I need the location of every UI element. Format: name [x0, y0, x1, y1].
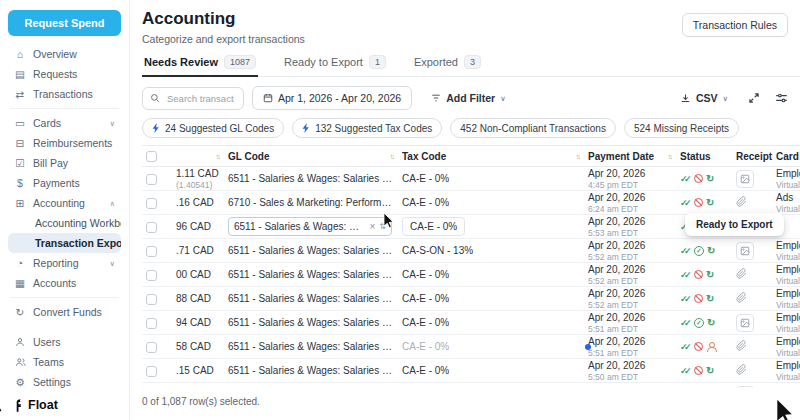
gl-code-value[interactable]: 6511 - Salaries & Wages: Salaries & Wage… — [228, 245, 398, 256]
blocked-icon — [694, 174, 703, 183]
sidebar-item-reimbursements[interactable]: ⊟Reimbursements — [8, 133, 121, 153]
status-cell: ✓✓↻ — [676, 263, 732, 287]
request-spend-button[interactable]: Request Spend — [8, 10, 121, 36]
tax-code-value[interactable]: CA-E - 0% — [402, 341, 449, 352]
search-box[interactable] — [142, 87, 244, 110]
tax-code-value[interactable]: CA-E - 0% — [402, 317, 449, 328]
select-all-checkbox[interactable] — [146, 151, 157, 162]
gl-code-value[interactable]: 6511 - Salaries & Wages: Salaries & Wage… — [228, 317, 398, 328]
gl-code-value[interactable]: 6511 - Salaries & Wages: Salaries & Wage… — [228, 293, 398, 304]
blocked-icon — [694, 342, 703, 351]
sidebar-item-users[interactable]: Users — [8, 332, 121, 352]
row-select-cell — [142, 215, 172, 239]
row-checkbox[interactable] — [146, 270, 157, 281]
sidebar-item-accounting[interactable]: ⊞Accounting∧ — [8, 193, 121, 213]
float-logo-label: Float — [28, 398, 58, 412]
add-filter-button[interactable]: Add Filter ∨ — [420, 86, 517, 110]
tax-code-value[interactable]: CA-E - 0% — [402, 173, 449, 184]
row-checkbox[interactable] — [146, 318, 157, 329]
page-subtitle: Categorize and export transactions — [142, 33, 305, 45]
gl-code-value[interactable]: 6511 - Salaries & Wages: Salaries & Wage… — [228, 173, 398, 184]
date-range-button[interactable]: Apr 1, 2026 - Apr 20, 2026 — [252, 86, 412, 110]
table-row[interactable]: 1.11 CAD(1.40541)6511 - Salaries & Wages… — [142, 167, 800, 191]
filter-chip[interactable]: 132 Suggested Tax Codes — [292, 118, 442, 138]
paperclip-icon[interactable] — [736, 364, 747, 375]
paperclip-icon[interactable] — [736, 340, 747, 351]
tax-code-value[interactable]: CA-E - 0% — [402, 365, 449, 376]
sort-icon[interactable]: ↑↓ — [216, 152, 220, 161]
sort-icon[interactable]: ↑↓ — [390, 152, 394, 161]
row-checkbox[interactable] — [146, 222, 157, 233]
row-checkbox[interactable] — [146, 342, 157, 353]
table-row[interactable]: 88 CAD6511 - Salaries & Wages: Salaries … — [142, 287, 800, 311]
tax-code-value[interactable]: CA-E - 0% — [402, 293, 449, 304]
table-row[interactable]: 00 CAD6511 - Salaries & Wages: Salaries … — [142, 263, 800, 287]
sidebar-item-teams[interactable]: Teams — [8, 352, 121, 372]
sort-icon[interactable]: ↑↓ — [668, 152, 672, 161]
column-settings-icon[interactable] — [775, 92, 788, 104]
paperclip-icon[interactable] — [736, 268, 747, 279]
row-checkbox[interactable] — [146, 246, 157, 257]
receipt-thumbnail-button[interactable] — [736, 386, 754, 389]
table-row[interactable]: .15 CAD6511 - Salaries & Wages: Salaries… — [142, 359, 800, 383]
check-double-icon: ✓✓ — [680, 270, 691, 280]
transaction-rules-button[interactable]: Transaction Rules — [682, 13, 788, 37]
card-name: Employ — [776, 288, 800, 299]
card-type: Virtual · — [776, 180, 800, 190]
table-row[interactable]: .16 CAD6710 - Sales & Marketing: Perform… — [142, 191, 800, 215]
clear-icon[interactable]: × — [369, 221, 375, 232]
gl-code-value[interactable]: 6511 - Salaries & Wages: Salaries & Wage… — [228, 365, 398, 376]
tax-code-value[interactable]: CA-E - 0% — [402, 197, 449, 208]
receipt-thumbnail-button[interactable] — [736, 242, 754, 260]
card-icon: ▭ — [14, 118, 26, 129]
export-csv-button[interactable]: CSV ∨ — [675, 86, 733, 110]
sidebar-item-bill-pay[interactable]: ☑Bill Pay — [8, 153, 121, 173]
receipt-thumbnail-button[interactable] — [736, 170, 754, 188]
table-row[interactable]: 94 CAD6511 - Salaries & Wages: Salaries … — [142, 311, 800, 335]
row-checkbox[interactable] — [146, 198, 157, 209]
sidebar-item-cards[interactable]: ▭Cards∨ — [8, 113, 121, 133]
tax-code-value[interactable]: CA-S-ON - 13% — [402, 245, 473, 256]
expand-icon[interactable] — [748, 92, 760, 104]
paperclip-icon[interactable] — [736, 196, 747, 207]
search-input[interactable] — [165, 92, 236, 105]
sidebar-item-transactions[interactable]: ⇄Transactions — [8, 84, 121, 104]
payment-time-value: 5:51 am EDT — [588, 348, 638, 358]
gl-code-select[interactable]: 6511 - Salaries & Wages: Salaries & Wage… — [228, 217, 392, 236]
filter-chip[interactable]: 24 Suggested GL Codes — [142, 118, 284, 138]
sidebar-item-accounting-workboard[interactable]: Accounting Workboard — [8, 213, 121, 233]
sidebar-item-transaction-export[interactable]: Transaction Export — [8, 233, 121, 253]
sidebar-item-settings[interactable]: ⚙Settings — [8, 372, 121, 392]
filter-chip[interactable]: 524 Missing Receipts — [624, 118, 739, 138]
tax-code-value[interactable]: CA-E - 0% — [402, 269, 449, 280]
sidebar-item-accounts[interactable]: ▦Accounts — [8, 273, 121, 293]
row-checkbox[interactable] — [146, 174, 157, 185]
table-row[interactable]: .71 CAD6511 - Salaries & Wages: Salaries… — [142, 239, 800, 263]
tab-exported[interactable]: Exported3 — [412, 55, 483, 77]
row-checkbox[interactable] — [146, 294, 157, 305]
row-select-cell — [142, 287, 172, 311]
sidebar-item-convert-funds[interactable]: ↻Convert Funds — [8, 302, 121, 322]
sidebar-item-reporting[interactable]: ◔Reporting∨ — [8, 253, 121, 273]
sidebar-item-requests[interactable]: ▤Requests — [8, 64, 121, 84]
table-row[interactable]: 58 CAD6511 - Salaries & Wages: Salaries … — [142, 335, 800, 359]
payment-date-value: Apr 20, 2026 — [588, 216, 645, 227]
paperclip-icon[interactable] — [736, 292, 747, 303]
select-arrows-icon[interactable]: ⇅ — [379, 222, 386, 231]
tax-code-select[interactable]: CA-E - 0% — [402, 217, 465, 236]
gl-code-value[interactable]: 6710 - Sales & Marketing: Performance — [228, 197, 398, 208]
row-checkbox[interactable] — [146, 366, 157, 377]
column-label: GL Code — [228, 151, 269, 162]
gl-code-value[interactable]: 6511 - Salaries & Wages: Salaries & Wage… — [228, 269, 398, 280]
status-cell: ✓✓↻ — [676, 287, 732, 311]
gl-code-value[interactable]: 6511 - Salaries & Wages: Salaries & Wage… — [228, 341, 398, 352]
tab-ready-to-export[interactable]: Ready to Export1 — [282, 55, 388, 77]
sidebar-item-overview[interactable]: ⌂Overview — [8, 44, 121, 64]
tab-needs-review[interactable]: Needs Review1087 — [142, 55, 258, 77]
receipt-thumbnail-button[interactable] — [736, 314, 754, 332]
sort-icon[interactable]: ↑↓ — [576, 152, 580, 161]
table-row[interactable]: Apr 20, 2026Employ — [142, 383, 800, 389]
sidebar-item-payments[interactable]: $Payments — [8, 173, 121, 193]
filter-chip[interactable]: 452 Non-Compliant Transactions — [450, 118, 616, 138]
column-header-payment-date: Payment Date↑↓ — [584, 146, 676, 167]
